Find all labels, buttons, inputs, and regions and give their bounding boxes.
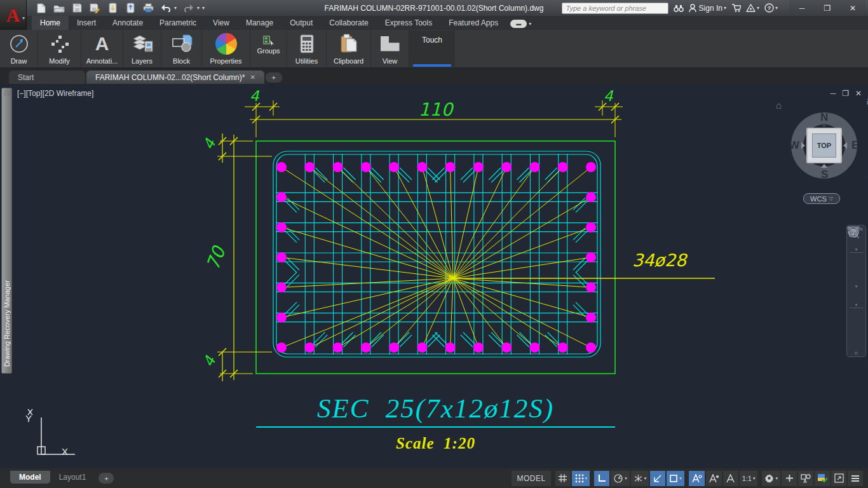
ribbon-tab-home[interactable]: Home (32, 16, 69, 30)
drawing-recovery-manager-palette[interactable]: Drawing Recovery Manager (1, 88, 12, 374)
app-menu-button[interactable]: A ▾ (0, 0, 27, 30)
panel-utilities[interactable]: Utilities (287, 30, 327, 67)
undo-caret-icon[interactable]: ▾ (174, 5, 177, 11)
save-icon[interactable] (71, 3, 83, 13)
viewport-controls-label[interactable]: [−][Top][2D Wireframe] (17, 89, 93, 98)
zoom-icon[interactable] (849, 269, 864, 285)
annotation-scale-value[interactable]: 1:1 ▾ (740, 471, 758, 486)
help-icon[interactable]: ? (764, 3, 774, 13)
file-tab-close-icon[interactable]: ✕ (250, 74, 255, 81)
layout-tab-layout1[interactable]: Layout1 (50, 471, 95, 484)
panel-block[interactable]: Block (161, 30, 202, 67)
sign-in-caret-icon[interactable]: ▾ (724, 5, 726, 11)
save-as-icon[interactable] (89, 3, 100, 13)
qat-customize-icon[interactable]: ▾ (202, 5, 205, 11)
snap-caret-icon[interactable]: ▾ (585, 476, 588, 481)
redo-icon[interactable] (183, 3, 194, 13)
ribbon-tab-collaborate[interactable]: Collaborate (321, 16, 376, 30)
ribbon-tab-view[interactable]: View (205, 16, 238, 30)
model-space-toggle[interactable]: MODEL (512, 471, 550, 486)
a360-icon[interactable] (746, 4, 756, 12)
new-file-icon[interactable] (36, 3, 47, 13)
open-folder-icon[interactable] (53, 3, 65, 13)
ribbon-tab-parametric[interactable]: Parametric (151, 16, 205, 30)
save-to-mobile-icon[interactable] (107, 3, 118, 13)
viewcube-west[interactable]: W (789, 139, 799, 152)
workspace-caret-icon[interactable]: ▾ (775, 476, 778, 481)
ribbon-tab-annotate[interactable]: Annotate (104, 16, 151, 30)
restore-button[interactable]: ❐ (815, 0, 840, 16)
help-caret-icon[interactable]: ▾ (775, 5, 778, 11)
panel-draw[interactable]: Draw (0, 30, 38, 67)
orbit-icon[interactable] (849, 288, 864, 303)
file-tab-start[interactable]: Start (9, 71, 85, 84)
isodraft-icon[interactable]: ▾ (631, 471, 649, 486)
palette-grip-icon[interactable] (3, 90, 10, 95)
osnap-caret-icon[interactable]: ▾ (679, 476, 682, 481)
viewcube-north[interactable]: N (820, 111, 828, 124)
cart-icon[interactable] (731, 4, 741, 12)
navbar-customize-icon[interactable]: ⊖ (855, 351, 858, 355)
open-from-mobile-icon[interactable] (125, 3, 136, 13)
minimize-button[interactable]: ─ (789, 0, 815, 16)
panel-modify[interactable]: Modify (38, 30, 81, 67)
annotation-scale-caret-icon[interactable]: ▾ (753, 476, 756, 481)
ribbon-tab-insert[interactable]: Insert (69, 16, 104, 30)
viewcube[interactable]: ⌂ ↻ N W E S TOP ▼ (785, 106, 864, 185)
panel-clipboard[interactable]: Clipboard (327, 30, 371, 67)
close-button[interactable]: ✕ (840, 0, 865, 16)
panel-annotation[interactable]: A Annotati... (81, 30, 123, 67)
viewport-minimize-icon[interactable]: ─ (831, 89, 836, 98)
grid-icon[interactable] (555, 471, 571, 486)
polar-tracking-icon[interactable]: ▾ (611, 471, 630, 486)
new-file-tab-button[interactable]: + (266, 72, 282, 83)
panel-touch[interactable]: Touch (409, 30, 455, 67)
snap-icon[interactable]: ▾ (572, 471, 590, 486)
file-tab-drawing[interactable]: FARIMAH COLUMN-02...02(Short Column)* ✕ (86, 71, 264, 84)
viewport-restore-icon[interactable]: ❐ (842, 89, 849, 98)
search-input[interactable]: Type a keyword or phrase (562, 3, 668, 14)
customization-icon[interactable] (848, 471, 863, 486)
model-space-canvas[interactable]: [−][Top][2D Wireframe] Drawing Recovery … (0, 84, 868, 468)
autoscale-icon[interactable] (706, 471, 722, 486)
wcs-dropdown[interactable]: WCS ▽ (803, 193, 840, 204)
layout-tab-model[interactable]: Model (10, 471, 50, 484)
viewcube-home-icon[interactable]: ⌂ (776, 100, 782, 111)
ribbon-tab-featured-apps[interactable]: Featured Apps (440, 16, 506, 30)
ribbon-options-pill[interactable]: ▬ (510, 20, 527, 28)
ribbon-options-caret-icon[interactable]: ▾ (529, 21, 531, 27)
panel-properties[interactable]: Properties (202, 30, 250, 67)
panel-view[interactable]: View (371, 30, 409, 67)
ribbon-tab-express-tools[interactable]: Express Tools (377, 16, 440, 30)
osnap-icon[interactable]: ▾ (667, 471, 684, 486)
ribbon-tab-output[interactable]: Output (281, 16, 321, 30)
steering-wheel-caret-icon[interactable]: ▾ (855, 248, 858, 251)
undo-icon[interactable] (160, 3, 172, 13)
ortho-icon[interactable] (594, 471, 609, 486)
viewcube-south-arrow-icon[interactable] (821, 164, 827, 168)
annotation-monitor-icon[interactable] (782, 471, 797, 486)
plot-icon[interactable] (142, 3, 154, 13)
polar-caret-icon[interactable]: ▾ (625, 476, 627, 481)
viewcube-south[interactable]: S (821, 168, 828, 181)
workspace-gear-icon[interactable]: ▾ (762, 471, 780, 486)
annotation-scale-icon[interactable] (723, 471, 738, 486)
showmotion-icon[interactable] (849, 309, 864, 325)
a360-caret-icon[interactable]: ▾ (757, 5, 759, 11)
annotation-visibility-icon[interactable] (689, 471, 705, 486)
viewcube-top-face[interactable]: TOP (806, 128, 842, 163)
isolate-objects-icon[interactable] (798, 471, 813, 486)
graphics-performance-icon[interactable] (815, 471, 830, 486)
panel-groups[interactable]: Groups (250, 30, 287, 67)
sign-in-button[interactable]: Sign In (689, 4, 722, 13)
isodraft-caret-icon[interactable]: ▾ (644, 476, 647, 481)
viewcube-east[interactable]: E (851, 139, 858, 152)
orbit-caret-icon[interactable]: ▾ (855, 303, 858, 306)
ribbon-tab-manage[interactable]: Manage (238, 16, 281, 30)
osnap-tracking-icon[interactable] (650, 471, 665, 486)
binoculars-icon[interactable] (674, 4, 684, 12)
clean-screen-icon[interactable] (831, 471, 846, 486)
panel-layers[interactable]: Layers (123, 30, 161, 67)
pan-hand-icon[interactable] (849, 254, 864, 269)
viewcube-west-arrow-icon[interactable] (801, 142, 805, 149)
